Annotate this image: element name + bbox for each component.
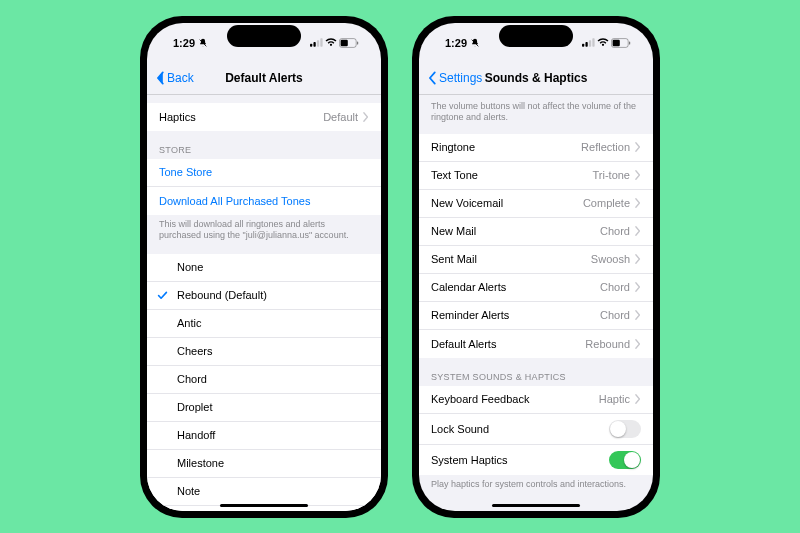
tone-row[interactable]: Rebound (Default)	[147, 282, 381, 310]
tone-row[interactable]: Cheers	[147, 338, 381, 366]
cell-value: Tri-tone	[593, 169, 631, 181]
cell-value: Chord	[600, 225, 630, 237]
content-left[interactable]: Haptics Default STORE Tone Store Downloa…	[147, 95, 381, 511]
tone-label: Note	[177, 485, 200, 497]
dynamic-island	[227, 25, 301, 47]
row-download-all[interactable]: Download All Purchased Tones	[147, 187, 381, 215]
back-button[interactable]: Settings	[427, 71, 482, 85]
cell-label: Text Tone	[431, 169, 478, 181]
toggle-system-haptics[interactable]	[609, 451, 641, 469]
cell-value: Chord	[600, 281, 630, 293]
tone-row[interactable]: Passage	[147, 506, 381, 511]
cell-label: New Voicemail	[431, 197, 503, 209]
tone-label: Handoff	[177, 429, 215, 441]
battery-icon	[611, 38, 631, 48]
back-button[interactable]: Back	[155, 71, 194, 85]
cell-value: Default	[323, 111, 358, 123]
svg-rect-3	[320, 38, 322, 46]
svg-rect-9	[589, 40, 591, 47]
footer-download: This will download all ringtones and ale…	[147, 215, 381, 248]
cell-label: Haptics	[159, 111, 196, 123]
tone-label: None	[177, 261, 203, 273]
tone-row[interactable]: Handoff	[147, 422, 381, 450]
cell-value: Reflection	[581, 141, 630, 153]
svg-rect-5	[341, 39, 348, 45]
screen-left: 1:29 Back Defau	[147, 23, 381, 511]
tone-row[interactable]: Milestone	[147, 450, 381, 478]
footer-system: Play haptics for system controls and int…	[419, 475, 653, 497]
chevron-right-icon	[635, 310, 641, 320]
cell-label: Default Alerts	[431, 338, 496, 350]
svg-rect-10	[592, 38, 594, 46]
header-store: STORE	[147, 131, 381, 159]
screen-right: 1:29 Settings S	[419, 23, 653, 511]
row-haptics[interactable]: Haptics Default	[147, 103, 381, 131]
content-right[interactable]: The volume buttons will not affect the v…	[419, 95, 653, 511]
cell-label: Keyboard Feedback	[431, 393, 529, 405]
chevron-right-icon	[635, 170, 641, 180]
check-icon	[157, 290, 168, 301]
svg-rect-0	[310, 44, 312, 47]
phone-right: 1:29 Settings S	[412, 16, 660, 518]
sound-row[interactable]: Sent MailSwoosh	[419, 246, 653, 274]
sound-row[interactable]: New VoicemailComplete	[419, 190, 653, 218]
tone-label: Droplet	[177, 401, 212, 413]
phone-left: 1:29 Back Defau	[140, 16, 388, 518]
cell-value: Rebound	[585, 338, 630, 350]
cell-label: Calendar Alerts	[431, 281, 506, 293]
signal-icon	[582, 38, 595, 47]
dynamic-island	[499, 25, 573, 47]
svg-rect-13	[629, 41, 630, 44]
status-time: 1:29	[445, 37, 467, 49]
wifi-icon	[325, 38, 337, 47]
toggle-lock-sound[interactable]	[609, 420, 641, 438]
cell-label: Sent Mail	[431, 253, 477, 265]
chevron-right-icon	[635, 394, 641, 404]
navbar: Settings Sounds & Haptics	[419, 63, 653, 95]
battery-icon	[339, 38, 359, 48]
status-time: 1:29	[173, 37, 195, 49]
sound-row[interactable]: Calendar AlertsChord	[419, 274, 653, 302]
tone-row[interactable]: Droplet	[147, 394, 381, 422]
sound-row[interactable]: Default AlertsRebound	[419, 330, 653, 358]
tone-row[interactable]: None	[147, 254, 381, 282]
tone-label: Rebound (Default)	[177, 289, 267, 301]
chevron-right-icon	[635, 226, 641, 236]
tone-label: Chord	[177, 373, 207, 385]
row-tone-store[interactable]: Tone Store	[147, 159, 381, 187]
tone-label: Milestone	[177, 457, 224, 469]
chevron-right-icon	[635, 142, 641, 152]
row-lock-sound[interactable]: Lock Sound	[419, 414, 653, 445]
tone-row[interactable]: Antic	[147, 310, 381, 338]
row-system-haptics[interactable]: System Haptics	[419, 445, 653, 475]
cell-label: System Haptics	[431, 454, 507, 466]
svg-rect-6	[357, 41, 358, 44]
chevron-right-icon	[635, 198, 641, 208]
chevron-right-icon	[363, 112, 369, 122]
cell-label: Lock Sound	[431, 423, 489, 435]
svg-rect-7	[582, 44, 584, 47]
chevron-right-icon	[635, 282, 641, 292]
sound-row[interactable]: Text ToneTri-tone	[419, 162, 653, 190]
svg-rect-12	[613, 39, 620, 45]
cell-value: Chord	[600, 309, 630, 321]
svg-rect-2	[317, 40, 319, 47]
cell-value: Complete	[583, 197, 630, 209]
sound-row[interactable]: Reminder AlertsChord	[419, 302, 653, 330]
chevron-right-icon	[635, 254, 641, 264]
navbar: Back Default Alerts	[147, 63, 381, 95]
cell-label: Tone Store	[159, 166, 212, 178]
svg-rect-1	[313, 42, 315, 47]
cell-label: Reminder Alerts	[431, 309, 509, 321]
sound-row[interactable]: New MailChord	[419, 218, 653, 246]
home-indicator[interactable]	[492, 504, 580, 507]
cell-label: Ringtone	[431, 141, 475, 153]
chevron-right-icon	[635, 339, 641, 349]
tone-row[interactable]: Note	[147, 478, 381, 506]
tone-label: Cheers	[177, 345, 212, 357]
home-indicator[interactable]	[220, 504, 308, 507]
bell-slash-icon	[470, 38, 480, 48]
tone-row[interactable]: Chord	[147, 366, 381, 394]
sound-row[interactable]: RingtoneReflection	[419, 134, 653, 162]
row-keyboard-feedback[interactable]: Keyboard Feedback Haptic	[419, 386, 653, 414]
